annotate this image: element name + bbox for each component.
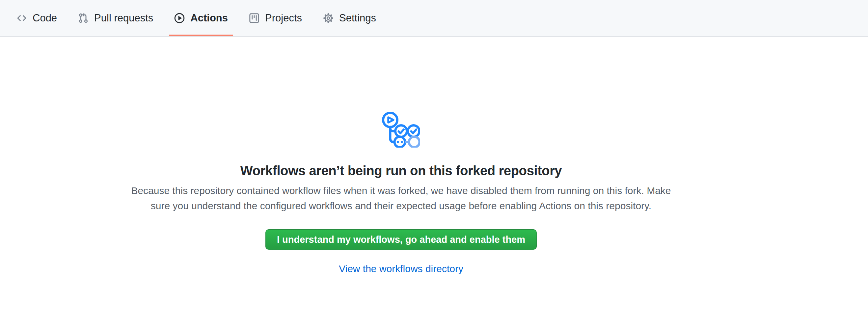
- tab-actions[interactable]: Actions: [169, 0, 233, 36]
- view-workflows-directory-link[interactable]: View the workflows directory: [339, 263, 463, 275]
- description-line-2: sure you understand the configured workf…: [131, 198, 671, 214]
- description-line-1: Because this repository contained workfl…: [131, 183, 671, 198]
- tab-label: Projects: [265, 12, 302, 24]
- tab-pull-requests[interactable]: Pull requests: [73, 0, 158, 36]
- tab-projects[interactable]: Projects: [244, 0, 307, 36]
- git-pull-request-icon: [78, 13, 89, 23]
- tab-label: Actions: [190, 12, 228, 24]
- actions-blankslate: Workflows aren’t being run on this forke…: [0, 37, 868, 275]
- repo-tab-bar: Code Pull requests Actions: [0, 0, 868, 37]
- blankslate-title: Workflows aren’t being run on this forke…: [240, 163, 562, 179]
- enable-workflows-button[interactable]: I understand my workflows, go ahead and …: [266, 229, 537, 250]
- tab-code[interactable]: Code: [11, 0, 62, 36]
- tab-label: Code: [33, 12, 57, 24]
- code-icon: [17, 13, 27, 23]
- tab-label: Settings: [339, 12, 376, 24]
- play-circle-icon: [174, 13, 185, 23]
- workflow-graph-icon: [382, 111, 420, 148]
- gear-icon: [323, 13, 334, 23]
- tab-label: Pull requests: [94, 12, 153, 24]
- tab-settings[interactable]: Settings: [318, 0, 381, 36]
- blankslate-description: Because this repository contained workfl…: [131, 183, 671, 214]
- project-board-icon: [249, 13, 259, 23]
